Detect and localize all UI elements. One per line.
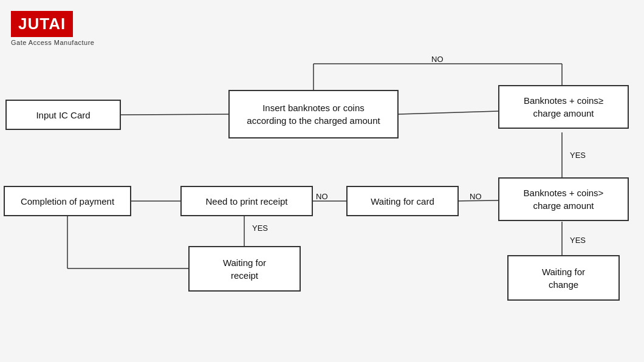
logo-name: JUTAI	[11, 11, 73, 37]
yes-label-2: YES	[570, 236, 586, 245]
waiting-for-change-box: Waiting forchange	[507, 255, 620, 301]
no-label-middle: NO	[316, 192, 328, 201]
completion-box: Completion of payment	[4, 186, 131, 216]
yes-label-3: YES	[252, 224, 268, 233]
no-label-top: NO	[431, 55, 444, 64]
input-ic-card-box: Input IC Card	[5, 100, 121, 130]
logo-area: JUTAI Gate Access Manufacture	[11, 11, 94, 46]
banknotes-coins-gte-box: Banknotes + coins≥charge amount	[498, 85, 629, 129]
need-print-receipt-box: Need to print receipt	[180, 186, 313, 216]
no-label-right: NO	[470, 192, 482, 201]
waiting-for-card-box: Waiting for card	[346, 186, 459, 216]
insert-banknotes-box: Insert banknotes or coinsaccording to th…	[228, 90, 399, 138]
waiting-for-receipt-box: Waiting forreceipt	[188, 246, 301, 292]
banknotes-coins-gt-box: Banknotes + coins>charge amount	[498, 177, 629, 221]
svg-line-2	[399, 111, 498, 114]
svg-line-0	[121, 114, 228, 115]
logo-subtitle: Gate Access Manufacture	[11, 39, 94, 46]
yes-label-1: YES	[570, 151, 586, 160]
